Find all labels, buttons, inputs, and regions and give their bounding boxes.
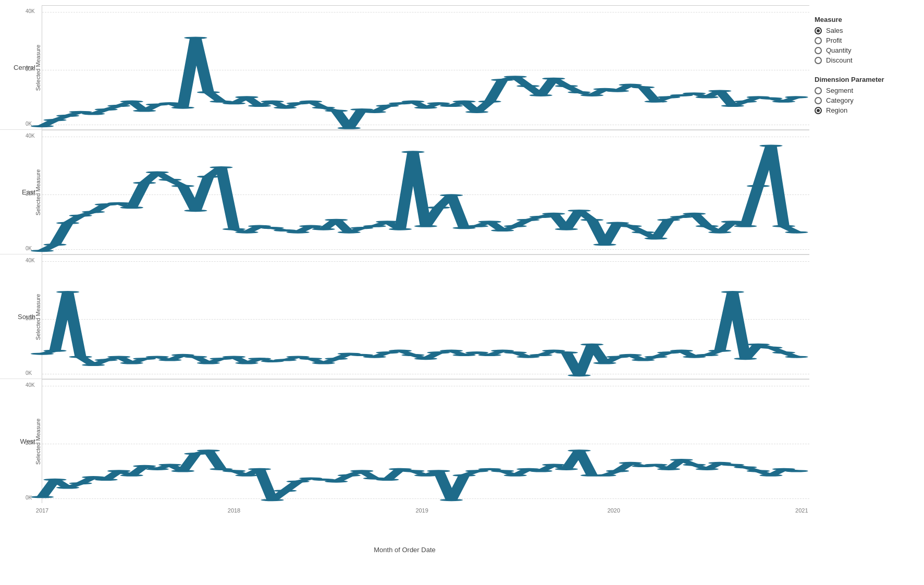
svg-point-205 — [350, 470, 373, 472]
dimension-radio-region[interactable] — [815, 107, 822, 114]
svg-point-52 — [696, 96, 719, 98]
svg-point-213 — [453, 474, 476, 477]
measure-radio-discount[interactable] — [815, 57, 822, 64]
svg-point-116 — [747, 185, 770, 187]
svg-point-108 — [645, 237, 668, 239]
svg-point-76 — [235, 231, 258, 233]
svg-point-21 — [299, 101, 322, 103]
svg-point-153 — [453, 354, 476, 356]
svg-point-161 — [555, 351, 578, 354]
svg-point-86 — [363, 225, 386, 227]
svg-point-40 — [542, 78, 565, 80]
svg-point-99 — [529, 216, 552, 218]
svg-point-211 — [427, 470, 450, 472]
svg-point-164 — [593, 362, 616, 364]
svg-point-101 — [555, 228, 578, 230]
svg-point-126 — [107, 356, 130, 358]
svg-point-180 — [31, 496, 54, 498]
svg-point-186 — [107, 470, 130, 472]
svg-point-154 — [465, 351, 488, 354]
svg-point-14 — [210, 101, 232, 103]
svg-point-78 — [261, 227, 284, 229]
dimension-item-segment[interactable]: Segment — [815, 87, 914, 94]
svg-point-110 — [670, 216, 693, 218]
svg-point-129 — [146, 356, 169, 358]
svg-point-44 — [593, 88, 616, 90]
svg-point-11 — [171, 106, 194, 108]
panel-south: SouthSelected Measure40K20K0K — [0, 254, 809, 379]
svg-point-233 — [708, 462, 731, 464]
measure-item-sales[interactable]: Sales — [815, 27, 914, 34]
svg-point-39 — [529, 94, 552, 96]
svg-point-224 — [593, 474, 616, 477]
svg-point-119 — [785, 231, 808, 233]
svg-point-121 — [43, 350, 66, 352]
svg-point-70 — [158, 179, 181, 181]
svg-point-175 — [734, 358, 757, 360]
svg-point-87 — [376, 221, 399, 223]
svg-point-114 — [721, 221, 744, 223]
svg-point-199 — [274, 490, 297, 492]
svg-point-10 — [158, 102, 181, 104]
svg-point-42 — [568, 91, 590, 93]
svg-point-187 — [120, 474, 143, 477]
svg-point-105 — [606, 222, 629, 224]
svg-point-112 — [696, 225, 719, 227]
svg-point-141 — [299, 358, 322, 360]
svg-point-188 — [133, 465, 156, 467]
svg-point-174 — [721, 291, 744, 293]
dimension-radio-segment[interactable] — [815, 87, 822, 94]
measure-radio-sales[interactable] — [815, 27, 822, 34]
svg-point-149 — [401, 354, 424, 356]
svg-point-111 — [683, 213, 706, 215]
svg-point-81 — [299, 225, 322, 227]
svg-point-95 — [478, 221, 501, 223]
x-axis-area: 20172018201920202021 — [0, 503, 809, 534]
svg-point-41 — [555, 85, 578, 87]
svg-point-28 — [389, 102, 412, 104]
y-tick-label: 20K — [26, 66, 35, 72]
svg-point-12 — [184, 36, 207, 39]
measure-radio-profit[interactable] — [815, 37, 822, 44]
svg-point-62 — [56, 222, 79, 224]
svg-point-142 — [312, 362, 335, 364]
chart-area: CentralSelected Measure40K20K0KEastSelec… — [0, 0, 809, 585]
svg-point-29 — [401, 101, 424, 103]
measure-item-quantity[interactable]: Quantity — [815, 46, 914, 54]
panel-label-central: Central — [0, 5, 42, 129]
svg-point-67 — [120, 206, 143, 209]
svg-point-165 — [606, 356, 629, 358]
svg-point-169 — [657, 351, 680, 354]
svg-point-208 — [389, 468, 412, 470]
svg-point-173 — [708, 350, 731, 352]
svg-point-48 — [645, 101, 668, 103]
dimension-label-category: Category — [826, 96, 854, 104]
measure-radio-quantity[interactable] — [815, 47, 822, 54]
y-tick-label: 40K — [26, 133, 35, 139]
svg-point-30 — [414, 106, 437, 108]
svg-point-45 — [606, 90, 629, 92]
svg-point-15 — [223, 102, 245, 104]
dimension-radio-category[interactable] — [815, 97, 822, 104]
svg-point-151 — [427, 351, 450, 354]
svg-point-19 — [274, 106, 297, 108]
svg-point-228 — [645, 464, 668, 466]
svg-point-232 — [696, 468, 719, 470]
dimension-item-region[interactable]: Region — [815, 106, 914, 114]
svg-point-13 — [197, 91, 220, 93]
panel-central: CentralSelected Measure40K20K0K — [0, 5, 809, 130]
svg-point-145 — [350, 354, 373, 356]
svg-point-202 — [312, 479, 335, 481]
measure-item-profit[interactable]: Profit — [815, 36, 914, 44]
svg-point-196 — [235, 474, 258, 477]
svg-point-113 — [708, 231, 731, 233]
svg-point-16 — [235, 96, 258, 98]
svg-point-235 — [734, 466, 757, 468]
line-chart-central — [42, 6, 809, 129]
x-tick-label: 2017 — [36, 507, 48, 514]
dimension-item-category[interactable]: Category — [815, 96, 914, 104]
line-chart-east — [42, 130, 809, 254]
line-chart-south — [42, 255, 809, 379]
svg-point-80 — [287, 231, 310, 233]
measure-item-discount[interactable]: Discount — [815, 56, 914, 64]
